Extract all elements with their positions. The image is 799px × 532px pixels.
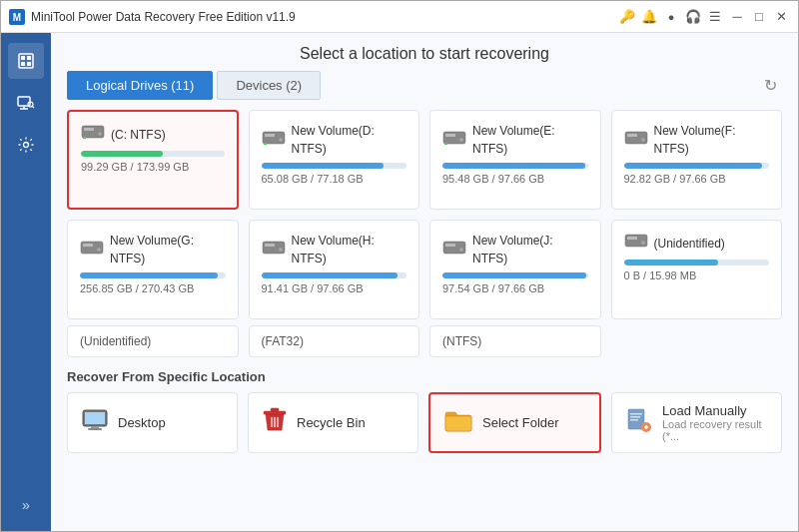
svg-point-19 — [279, 138, 283, 142]
drive-label: (C: NTFS) — [111, 128, 166, 142]
svg-point-23 — [459, 138, 463, 142]
tab-devices[interactable]: Devices (2) — [217, 71, 321, 100]
drive-icon-h — [262, 238, 286, 261]
drive-label-e: New Volume(E: NTFS) — [472, 124, 555, 156]
specific-location-title: Recover From Specific Location — [51, 357, 798, 392]
sidebar-item-scan[interactable] — [8, 85, 44, 121]
drive-card-f[interactable]: New Volume(F: NTFS) 92.82 GB / 97.66 GB — [611, 110, 783, 210]
folder-icon — [444, 408, 472, 438]
recycle-label: Recycle Bin — [297, 415, 366, 430]
select-folder-label: Select Folder — [482, 415, 559, 430]
svg-point-27 — [641, 138, 645, 142]
svg-rect-14 — [84, 128, 94, 131]
recycle-icon — [263, 407, 287, 439]
drive-card-j[interactable]: New Volume(J: NTFS) 97.54 GB / 97.66 GB — [429, 220, 601, 319]
load-manually-sublabel: Load recovery result (*... — [662, 418, 767, 442]
drive-size-h: 91.41 GB / 97.66 GB — [262, 282, 407, 294]
svg-rect-44 — [264, 411, 286, 414]
drive-label-g: New Volume(G: NTFS) — [110, 234, 194, 266]
svg-text:M: M — [13, 12, 21, 23]
drive-size-unid: 0 B / 15.98 MB — [624, 269, 770, 281]
svg-rect-50 — [630, 413, 642, 415]
maximize-button[interactable]: □ — [750, 8, 768, 26]
drive-label-h: New Volume(H: NTFS) — [292, 234, 375, 266]
svg-rect-4 — [27, 56, 31, 60]
svg-rect-18 — [265, 134, 275, 137]
drives-grid: (C: NTFS) 99.29 GB / 173.99 GB — [51, 110, 798, 319]
small-drive-label-1: (Unidentified) — [80, 334, 226, 348]
drive-size-j: 97.54 GB / 97.66 GB — [442, 282, 588, 294]
drive-card-e[interactable]: New Volume(E: NTFS) 95.48 GB / 97.66 GB — [429, 110, 601, 210]
tabs-area: Logical Drives (11) Devices (2) ↻ — [51, 71, 798, 100]
drive-size-g: 256.85 GB / 270.43 GB — [80, 282, 226, 294]
drive-icon-j — [442, 238, 466, 261]
drive-label-unid: (Unidentified) — [654, 237, 725, 251]
loc-desktop[interactable]: Desktop — [67, 392, 238, 453]
svg-rect-38 — [627, 237, 637, 240]
drive-icon-e — [442, 128, 466, 151]
svg-rect-20 — [264, 143, 267, 145]
desktop-icon — [82, 409, 108, 437]
svg-rect-2 — [19, 54, 33, 68]
drive-label-d: New Volume(D: NTFS) — [292, 124, 375, 156]
small-drive-ntfs[interactable]: (NTFS) — [429, 325, 601, 357]
app-title: MiniTool Power Data Recovery Free Editio… — [31, 10, 618, 24]
page-title: Select a location to start recovering — [51, 33, 798, 71]
loc-select-folder[interactable]: Select Folder — [428, 392, 601, 453]
small-drive-unid1[interactable]: (Unidentified) — [67, 325, 239, 357]
small-drive-fat32[interactable]: (FAT32) — [249, 325, 420, 357]
toolbar-bell-icon[interactable]: 🔔 — [640, 8, 658, 26]
loc-load-manually[interactable]: Load Manually Load recovery result (*... — [611, 392, 782, 453]
svg-rect-26 — [627, 134, 637, 137]
drive-label-j: New Volume(J: NTFS) — [472, 234, 553, 266]
svg-rect-6 — [27, 62, 31, 66]
desktop-label: Desktop — [118, 415, 166, 430]
close-button[interactable]: ✕ — [772, 8, 790, 26]
svg-rect-52 — [630, 419, 638, 421]
drive-card-d[interactable]: New Volume(D: NTFS) 65.08 GB / 77.18 GB — [249, 110, 420, 210]
small-drive-label-3: (NTFS) — [442, 334, 588, 348]
svg-point-30 — [97, 248, 101, 252]
tab-logical-drives[interactable]: Logical Drives (11) — [67, 71, 213, 100]
drive-card-h[interactable]: New Volume(H: NTFS) 91.41 GB / 97.66 GB — [249, 220, 420, 319]
drive-size: 99.29 GB / 173.99 GB — [81, 161, 225, 173]
svg-point-39 — [641, 241, 645, 245]
app-logo: M — [9, 9, 25, 25]
svg-point-36 — [459, 248, 463, 252]
svg-rect-22 — [445, 134, 455, 137]
svg-rect-41 — [85, 412, 105, 424]
drive-size-e: 95.48 GB / 97.66 GB — [442, 173, 588, 185]
svg-rect-29 — [83, 244, 93, 247]
refresh-button[interactable]: ↻ — [758, 74, 782, 98]
drive-icon-d — [262, 128, 286, 151]
sidebar-expand[interactable]: » — [8, 487, 44, 523]
svg-rect-24 — [444, 143, 447, 145]
drive-card-c[interactable]: (C: NTFS) 99.29 GB / 173.99 GB — [67, 110, 239, 210]
svg-rect-42 — [91, 426, 99, 428]
drive-card-g[interactable]: New Volume(G: NTFS) 256.85 GB / 270.43 G… — [67, 220, 239, 319]
drive-size-d: 65.08 GB / 77.18 GB — [262, 173, 407, 185]
svg-rect-3 — [21, 56, 25, 60]
toolbar-help-icon[interactable]: ● — [662, 8, 680, 26]
drive-icon — [81, 122, 105, 145]
svg-point-12 — [24, 143, 29, 148]
sidebar-item-settings[interactable] — [8, 127, 44, 163]
drive-label-f: New Volume(F: NTFS) — [654, 124, 736, 156]
svg-point-33 — [279, 248, 283, 252]
svg-rect-16 — [83, 137, 86, 139]
drive-icon-f — [624, 128, 648, 151]
sidebar-item-home[interactable] — [8, 43, 44, 79]
load-icon — [626, 407, 652, 439]
main-content: Select a location to start recovering Lo… — [51, 33, 798, 532]
minimize-button[interactable]: ─ — [728, 8, 746, 26]
toolbar-key-icon: 🔑 — [618, 8, 636, 26]
drive-icon-unid — [624, 231, 648, 254]
toolbar-headset-icon[interactable]: 🎧 — [684, 8, 702, 26]
drive-card-unid[interactable]: (Unidentified) 0 B / 15.98 MB — [611, 220, 783, 319]
svg-line-11 — [32, 106, 34, 108]
loc-recycle[interactable]: Recycle Bin — [248, 392, 418, 453]
svg-point-15 — [98, 132, 102, 136]
title-bar: M MiniTool Power Data Recovery Free Edit… — [1, 1, 798, 33]
load-manually-label: Load Manually — [662, 403, 767, 418]
toolbar-menu-icon[interactable]: ☰ — [706, 8, 724, 26]
